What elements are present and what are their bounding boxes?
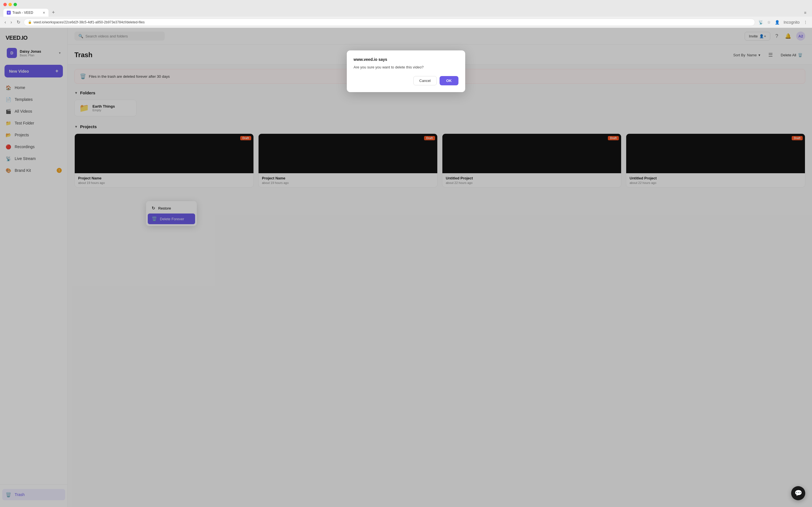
cast-icon[interactable]: 📡: [757, 19, 764, 25]
tab-favicon: V: [7, 11, 11, 15]
address-bar[interactable]: 🔒 veed.io/workspaces/22ce6d2f-38c5-4df1-…: [24, 18, 755, 26]
browser-actions: 📡 ☆ 👤 Incognito ⋮: [757, 19, 809, 25]
minimize-traffic-light[interactable]: [8, 3, 12, 6]
close-traffic-light[interactable]: [3, 3, 7, 6]
back-button[interactable]: ‹: [3, 18, 7, 26]
reload-button[interactable]: ↻: [15, 18, 21, 26]
dialog-ok-button[interactable]: OK: [440, 76, 459, 86]
tab-close-button[interactable]: ×: [43, 10, 45, 15]
tab-title: Trash - VEED: [12, 11, 33, 15]
browser-menu-icon[interactable]: ⋮: [802, 19, 809, 25]
dialog-site: www.veed.io says: [354, 57, 458, 62]
lock-icon: 🔒: [28, 20, 32, 24]
forward-button[interactable]: ›: [9, 18, 13, 26]
browser-tab-active[interactable]: V Trash - VEED ×: [3, 9, 49, 17]
app-container: VEED.IO D Daisy Jonas Basic Plan ▾ New V…: [0, 28, 812, 507]
traffic-lights: [3, 2, 809, 6]
url-text: veed.io/workspaces/22ce6d2f-38c5-4df1-a8…: [34, 20, 145, 24]
new-tab-button[interactable]: +: [50, 8, 57, 17]
dialog-overlay: www.veed.io says Are you sure you want t…: [0, 28, 812, 507]
bookmark-icon[interactable]: ☆: [766, 19, 772, 25]
maximize-traffic-light[interactable]: [13, 3, 17, 6]
dialog-actions: Cancel OK: [354, 76, 458, 86]
browser-toolbar: ‹ › ↻ 🔒 veed.io/workspaces/22ce6d2f-38c5…: [0, 17, 812, 28]
tab-bar-menu[interactable]: ≡: [802, 9, 809, 16]
chat-button[interactable]: 💬: [791, 486, 805, 500]
browser-chrome: V Trash - VEED × + ≡ ‹ › ↻ 🔒 veed.io/wor…: [0, 0, 812, 28]
dialog-message: Are you sure you want to delete this vid…: [354, 65, 458, 69]
browser-tab-bar: V Trash - VEED × + ≡: [0, 0, 812, 17]
profile-icon[interactable]: 👤: [774, 19, 781, 25]
dialog-cancel-button[interactable]: Cancel: [413, 76, 437, 86]
confirm-dialog: www.veed.io says Are you sure you want t…: [347, 50, 465, 92]
incognito-label[interactable]: Incognito: [782, 19, 801, 25]
